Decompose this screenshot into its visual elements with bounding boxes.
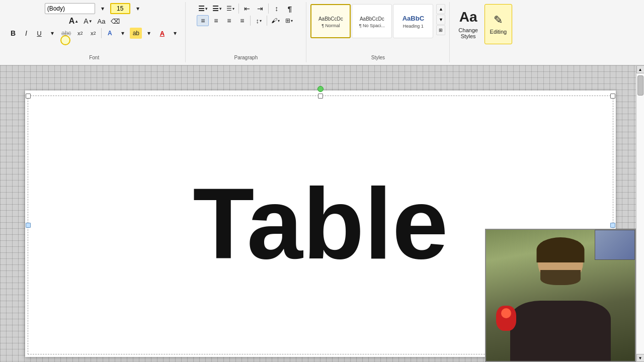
font-name-dropdown[interactable]: ▾	[97, 3, 109, 14]
align-left-button[interactable]: ≡	[197, 15, 209, 26]
mini-camera-thumbnail	[595, 230, 635, 260]
para-sep2	[268, 4, 269, 14]
handle-mid-left[interactable]	[26, 223, 31, 228]
scroll-up-button[interactable]: ▲	[636, 65, 645, 73]
ribbon: ▾ ▾ A▲ A▼ Aa ⌫ B I U ▾ abc x2 x2 A ▾ ab …	[0, 0, 644, 65]
align-center-button[interactable]: ≡	[210, 15, 222, 26]
increase-indent-button[interactable]: ⇥	[254, 3, 266, 14]
elmo-toy	[496, 306, 516, 331]
editing-button[interactable]: ✎ Editing	[485, 4, 512, 44]
webcam-feed	[486, 230, 635, 361]
text-effects-dropdown[interactable]: ▾	[117, 28, 129, 39]
para-sep4	[267, 16, 267, 26]
editing-label: Editing	[490, 29, 507, 35]
bold-button[interactable]: B	[7, 28, 19, 39]
text-effects-button[interactable]: A	[104, 28, 116, 39]
scrollbar-thumb[interactable]	[637, 75, 643, 96]
webcam-overlay	[485, 229, 636, 362]
style-normal[interactable]: AaBbCcDc ¶ Normal	[310, 4, 351, 38]
underline-button[interactable]: U	[33, 28, 45, 39]
styles-group-label: Styles	[306, 55, 449, 60]
font-size-dropdown[interactable]: ▾	[132, 3, 144, 14]
style-no-spacing[interactable]: AaBbCcDc ¶ No Spaci...	[352, 4, 392, 38]
style-heading1-preview: AaBbC	[403, 14, 424, 23]
para-sep1	[238, 4, 239, 14]
rotation-handle[interactable]	[317, 86, 324, 92]
pilcrow-button[interactable]: ¶	[284, 3, 296, 14]
bullets-button[interactable]: ☰▾	[196, 3, 209, 14]
style-no-spacing-preview: AaBbCcDc	[360, 14, 384, 22]
font-top-row: ▾ ▾	[45, 3, 144, 14]
styles-scroll-down[interactable]: ▼	[436, 15, 445, 25]
line-spacing-button[interactable]: ↕▾	[253, 15, 265, 26]
editing-icon: ✎	[494, 14, 503, 27]
person-beard	[540, 270, 581, 285]
change-styles-icon: Aa	[459, 9, 477, 25]
main-area: Table	[0, 65, 644, 362]
decrease-indent-button[interactable]: ⇤	[241, 3, 253, 14]
styles-group: AaBbCcDc ¶ Normal AaBbCcDc ¶ No Spaci...…	[306, 2, 450, 62]
person-body	[510, 301, 611, 361]
style-normal-preview: AaBbCcDc	[318, 14, 343, 22]
style-no-spacing-label: ¶ No Spaci...	[359, 23, 385, 28]
highlight-button[interactable]: ab	[130, 28, 142, 39]
align-justify-button[interactable]: ≡	[236, 15, 248, 26]
grid-container: Table	[0, 65, 636, 362]
scrollbar-track[interactable]	[637, 73, 644, 354]
style-heading1[interactable]: AaBbC Heading 1	[393, 4, 433, 38]
align-right-button[interactable]: ≡	[223, 15, 235, 26]
sort-button[interactable]: ↕	[271, 3, 283, 14]
para-sep3	[250, 16, 251, 26]
handle-top-left[interactable]	[26, 94, 31, 99]
style-heading1-label: Heading 1	[403, 24, 424, 29]
para-row2: ≡ ≡ ≡ ≡ ↕▾ 🖌▾ ⊞▾	[197, 15, 295, 26]
font-name-input[interactable]	[45, 3, 95, 14]
superscript-button[interactable]: x2	[87, 28, 99, 39]
scroll-down-button[interactable]: ▼	[636, 354, 645, 362]
mini-cam-feed	[595, 230, 634, 259]
font-color-button[interactable]: A	[156, 28, 168, 39]
person-hair	[537, 237, 585, 262]
clear-formatting-button[interactable]: ⌫	[109, 16, 122, 27]
styles-scroll-btns: ▲ ▼ ⊞	[436, 4, 445, 35]
para-row1: ☰▾ ☰▾ ☰▾ ⇤ ⇥ ↕ ¶	[196, 3, 296, 14]
numbering-button[interactable]: ☰▾	[210, 3, 223, 14]
handle-top-right[interactable]	[610, 94, 615, 99]
style-normal-label: ¶ Normal	[321, 23, 340, 28]
font-size-input[interactable]	[110, 3, 130, 14]
handle-top-center[interactable]	[318, 94, 323, 99]
italic-button[interactable]: I	[20, 28, 32, 39]
font-color-dropdown[interactable]: ▾	[169, 28, 181, 39]
style-items-container: AaBbCcDc ¶ Normal AaBbCcDc ¶ No Spaci...…	[310, 4, 433, 38]
font-format-row1: A▲ A▼ Aa ⌫	[67, 16, 122, 27]
document-main-text: Table	[193, 166, 448, 282]
cursor-indicator	[60, 35, 70, 45]
borders-button[interactable]: ⊞▾	[283, 15, 295, 26]
subscript-button[interactable]: x2	[74, 28, 86, 39]
paragraph-group-label: Paragraph	[186, 55, 306, 60]
shrink-font-button[interactable]: A▼	[82, 16, 94, 27]
scrollbar-right[interactable]: ▲ ▼	[636, 65, 644, 362]
shading-button[interactable]: 🖌▾	[269, 15, 282, 26]
underline-dropdown[interactable]: ▾	[46, 28, 58, 39]
handle-mid-right[interactable]	[610, 223, 615, 228]
change-styles-button[interactable]: Aa ChangeStyles	[454, 4, 482, 44]
font-group-label: Font	[3, 55, 185, 60]
styles-scroll-up[interactable]: ▲	[436, 4, 445, 14]
paragraph-group: ☰▾ ☰▾ ☰▾ ⇤ ⇥ ↕ ¶ ≡ ≡ ≡ ≡ ↕▾ 🖌▾ ⊞▾ Paragr…	[186, 2, 306, 62]
elmo-face	[501, 308, 511, 318]
font-group: ▾ ▾ A▲ A▼ Aa ⌫ B I U ▾ abc x2 x2 A ▾ ab …	[3, 2, 186, 62]
styles-expand[interactable]: ⊞	[436, 25, 445, 35]
highlight-dropdown[interactable]: ▾	[143, 28, 155, 39]
change-styles-label: ChangeStyles	[458, 27, 478, 39]
ribbon-right-group: Aa ChangeStyles ✎ Editing	[450, 2, 516, 62]
font-format-row2: B I U ▾ abc x2 x2 A ▾ ab ▾ A ▾	[7, 28, 181, 39]
change-case-button[interactable]: Aa	[96, 16, 108, 27]
multilevel-button[interactable]: ☰▾	[224, 3, 236, 14]
font-sep	[101, 28, 102, 38]
grow-font-button[interactable]: A▲	[67, 16, 80, 27]
